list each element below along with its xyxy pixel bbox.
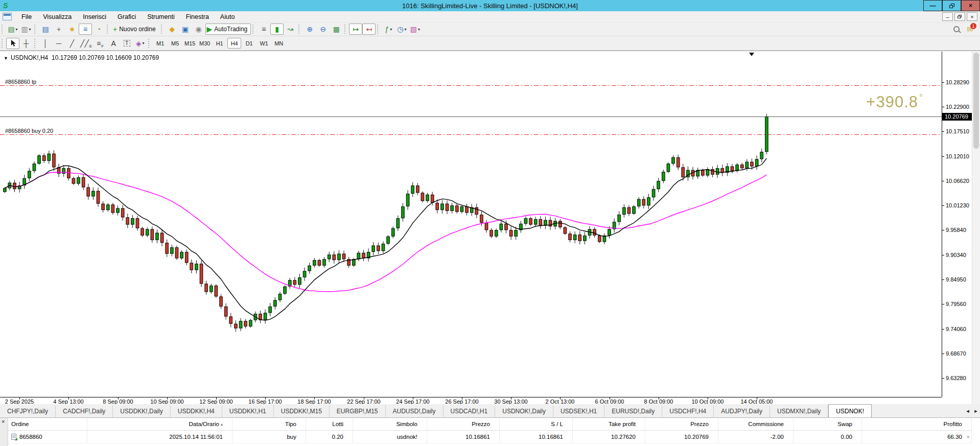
sounds-button[interactable]: ◉	[192, 24, 205, 35]
chart-tab[interactable]: USDDKK!,H4	[171, 405, 222, 417]
chart-tab-active[interactable]: USDNOK!	[828, 404, 872, 417]
indicators-button[interactable]: ƒ▾	[382, 24, 395, 35]
market-watch-button[interactable]: ▤	[39, 24, 52, 35]
child-minimize-button[interactable]: –	[942, 12, 953, 21]
timeframe-mn-button[interactable]: MN	[272, 38, 286, 49]
chart-tab[interactable]: EURUSD!,Daily	[604, 405, 662, 417]
orders-header-s-l[interactable]: S / L	[500, 418, 573, 430]
price-axis[interactable]: 10.2829010.2290010.1751010.1201010.06620…	[942, 52, 972, 397]
vertical-line-button[interactable]: │	[39, 38, 52, 49]
menu-visualizza[interactable]: Visualizza	[37, 12, 77, 21]
chart-tab[interactable]: USDDKK!,Daily	[113, 405, 170, 417]
chart-tab[interactable]: USDCHF!,H4	[662, 405, 714, 417]
menu-aiuto[interactable]: Aiuto	[215, 12, 241, 21]
orders-header-take-profit[interactable]: Take profit	[573, 418, 645, 430]
chart-tab[interactable]: USDDKK!,H1	[222, 405, 274, 417]
orders-header-tipo[interactable]: Tipo	[232, 418, 306, 430]
close-position-icon[interactable]: ×	[967, 434, 970, 440]
metaeditor-button[interactable]: ◆	[166, 24, 179, 35]
timeframe-h1-button[interactable]: H1	[213, 38, 226, 49]
chart-shift-button[interactable]: ↤	[362, 24, 376, 35]
chart-tab[interactable]: USDDKK!,M15	[274, 405, 330, 417]
terminal-button[interactable]: ≡	[79, 24, 92, 35]
menu-file[interactable]: File	[16, 12, 37, 21]
orders-data-row[interactable]: 86588602025.10.14 11:56:01buy0.20usdnok!…	[8, 431, 972, 443]
tile-windows-button[interactable]: ▦	[330, 24, 343, 35]
timeframe-m30-button[interactable]: M30	[198, 38, 212, 49]
time-axis[interactable]: 2 Sep 20254 Sep 13:008 Sep 09:0010 Sep 0…	[0, 397, 942, 405]
chart-tab[interactable]: AUDUSD!,Daily	[386, 405, 444, 417]
timeframe-m1-button[interactable]: M1	[153, 38, 167, 49]
child-close-button[interactable]: ×	[967, 12, 977, 21]
chart-tab[interactable]: CADCHF!,Daily	[56, 405, 113, 417]
new-chart-button[interactable]: ▤▾	[6, 24, 19, 35]
text-label-button[interactable]: T	[120, 38, 133, 49]
candles-chart-button[interactable]: ▮	[270, 24, 284, 35]
tab-scroll-left-icon[interactable]: ◂	[964, 408, 972, 414]
zoom-out-button[interactable]: ⊖	[316, 24, 330, 35]
orders-header-prezzo[interactable]: Prezzo	[427, 418, 500, 430]
timeframe-m5-button[interactable]: M5	[168, 38, 182, 49]
templates-button[interactable]: ▧▾	[408, 24, 422, 35]
orders-header-commissione[interactable]: Commissione	[718, 418, 794, 430]
templates-dropdown-icon[interactable]: ▾	[418, 27, 420, 32]
indicators-dropdown-icon[interactable]: ▾	[390, 27, 392, 32]
chart-scrollbar-thumb[interactable]	[973, 53, 979, 149]
periods-dropdown-icon[interactable]: ▾	[404, 27, 406, 32]
text-button[interactable]: A	[107, 38, 120, 49]
data-window-button[interactable]: +	[52, 24, 65, 35]
menu-grafici[interactable]: Grafici	[112, 12, 142, 21]
chart-tab[interactable]: USDMXN!,Daily	[770, 405, 828, 417]
bars-chart-button[interactable]: ≡	[257, 24, 270, 35]
arrows-button[interactable]: ◈▾	[133, 38, 147, 49]
close-button[interactable]: ×	[961, 0, 980, 11]
navigator-button[interactable]: ★	[65, 24, 79, 35]
chart-tab[interactable]: USDNOK!,Daily	[495, 405, 553, 417]
auto-scroll-button[interactable]: ↦	[349, 24, 362, 35]
menu-inserisci[interactable]: Inserisci	[77, 12, 112, 21]
new-chart-dropdown-icon[interactable]: ▾	[16, 27, 18, 32]
mailbox-icon[interactable]: ✉1	[967, 25, 973, 33]
menu-strumenti[interactable]: Strumenti	[142, 12, 180, 21]
line-chart-button[interactable]: ↝	[284, 24, 297, 35]
one-click-trading-caret-icon[interactable]: ▼	[4, 56, 8, 61]
trendline-button[interactable]: ╱	[65, 38, 79, 49]
chart-tab[interactable]: CHFJPY!,Daily	[0, 405, 56, 417]
orders-header-lotti[interactable]: Lotti	[306, 418, 353, 430]
orders-header-swap[interactable]: Swap	[794, 418, 862, 430]
tab-scroll-right-icon[interactable]: ▸	[972, 408, 980, 414]
timeframe-w1-button[interactable]: W1	[257, 38, 271, 49]
timeframe-h4-button[interactable]: H4	[227, 38, 241, 49]
chart-scrollbar[interactable]	[972, 52, 980, 405]
orders-header-ordine[interactable]: Ordine	[8, 418, 87, 430]
search-icon[interactable]	[953, 26, 960, 32]
child-restore-button[interactable]	[954, 12, 965, 21]
zoom-in-button[interactable]: ⊕	[303, 24, 316, 35]
chart-tab[interactable]: USDSEK!,H1	[553, 405, 604, 417]
menu-finestra[interactable]: Finestra	[180, 12, 215, 21]
autotrading-button[interactable]: ▶AutoTrading	[205, 24, 251, 35]
mql-editor-button[interactable]: ▣	[179, 24, 192, 35]
profiles-button[interactable]: ▥▾	[19, 24, 33, 35]
minimize-button[interactable]: —	[923, 0, 942, 11]
orders-header-simbolo[interactable]: Simbolo	[353, 418, 427, 430]
new-order-button[interactable]: +Nuovo ordine	[111, 24, 159, 35]
cursor-button[interactable]	[6, 38, 19, 49]
timeframe-m15-button[interactable]: M15	[183, 38, 197, 49]
chart-tab[interactable]: EURGBP!,M15	[330, 405, 386, 417]
periods-button[interactable]: ◷▾	[395, 24, 408, 35]
fibonacci-button[interactable]: ≡F	[94, 38, 107, 49]
timeframe-d1-button[interactable]: D1	[242, 38, 256, 49]
horizontal-line-button[interactable]: ─	[52, 38, 65, 49]
orders-header-prezzo[interactable]: Prezzo	[645, 418, 718, 430]
strategy-tester-button[interactable]: ◔	[92, 24, 105, 35]
arrows-dropdown-icon[interactable]: ▾	[143, 41, 145, 45]
orders-header-profitto[interactable]: Profitto	[862, 418, 972, 430]
profiles-dropdown-icon[interactable]: ▾	[29, 27, 31, 32]
crosshair-button[interactable]: ┼	[19, 38, 33, 49]
equidistant-channel-button[interactable]: ╱╱E	[79, 38, 94, 49]
orders-header-data-orario[interactable]: Data/Orario▴	[87, 418, 232, 430]
chart-tab[interactable]: AUDJPY!,Daily	[714, 405, 770, 417]
chart-tab[interactable]: USDCAD!,H1	[444, 405, 496, 417]
restore-button[interactable]	[942, 0, 961, 11]
